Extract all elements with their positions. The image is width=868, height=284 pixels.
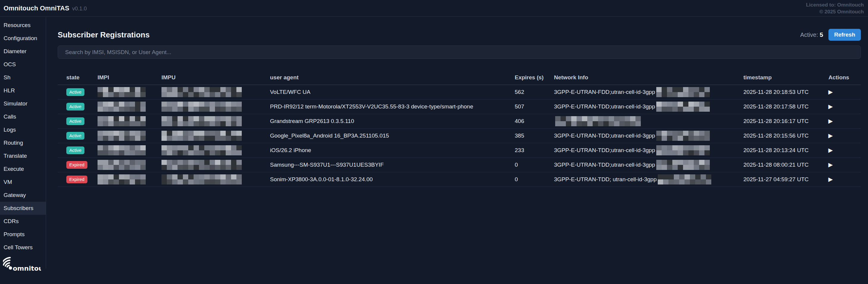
play-action-button[interactable]: ▶: [829, 89, 833, 95]
redacted-impu: [161, 160, 247, 170]
user-agent-cell: Grandstream GRP2613 0.3.5.110: [261, 114, 506, 129]
table-header: stateIMPIIMPUuser agentExpires (s)Networ…: [58, 71, 861, 85]
sidebar-item-gateway[interactable]: Gateway: [0, 189, 46, 202]
sidebar-item-cdrs[interactable]: CDRs: [0, 215, 46, 228]
network-info-cell: 3GPP-E-UTRAN-TDD;utran-cell-id-3gpp: [545, 143, 735, 158]
play-action-button[interactable]: ▶: [829, 118, 833, 124]
status-badge: Active: [66, 88, 85, 96]
sidebar-item-prompts[interactable]: Prompts: [0, 228, 46, 241]
network-info-cell: 3GPP-E-UTRAN-FDD;utran-cell-id-3gpp: [545, 85, 735, 100]
sidebar-item-translate[interactable]: Translate: [0, 149, 46, 163]
column-header-expires-s-: Expires (s): [506, 71, 545, 85]
column-header-timestamp: timestamp: [735, 71, 820, 85]
sidebar-nav-list: ResourcesConfigurationDiameterOCSShHLRSi…: [0, 19, 46, 254]
licensed-to-text: Licensed to: Omnitouch: [806, 1, 864, 8]
play-icon: ▶: [829, 176, 833, 182]
play-action-button[interactable]: ▶: [829, 147, 833, 153]
redacted-impi: [97, 87, 146, 97]
sidebar-item-cell-towers[interactable]: Cell Towers: [0, 241, 46, 254]
sidebar-item-hlr[interactable]: HLR: [0, 84, 46, 97]
table-row: ActiveiOS/26.2 iPhone2333GPP-E-UTRAN-TDD…: [58, 143, 861, 158]
omnitouch-logo-text: omnitouch: [13, 265, 41, 272]
app-title: Omnitouch OmniTAS: [4, 4, 69, 12]
column-header-impu: IMPU: [153, 71, 261, 85]
network-info-cell: 3GPP-E-UTRAN-TDD;utran-cell-id-3gpp: [545, 100, 735, 114]
network-info-text: 3GPP-E-UTRAN-TDD;utran-cell-id-3gpp: [554, 162, 655, 168]
omnitouch-logo: omnitouch: [3, 255, 46, 276]
timestamp-cell: 2025-11-28 08:00:21 UTC: [735, 158, 820, 172]
table-row: ExpiredSonim-XP3800-3A.0.0-01-8.1.0-32.2…: [58, 172, 861, 187]
table-row: ExpiredSamsung---SM-S937U1---S937U1UES3B…: [58, 158, 861, 172]
network-info-text: 3GPP-E-UTRAN-TDD;utran-cell-id-3gpp: [554, 147, 655, 153]
subscriber-registrations-table: stateIMPIIMPUuser agentExpires (s)Networ…: [58, 71, 861, 187]
play-action-button[interactable]: ▶: [829, 104, 833, 109]
copyright-text: © 2025 Omnitouch: [806, 8, 864, 15]
redacted-impu: [161, 102, 247, 112]
timestamp-cell: 2025-11-28 20:13:24 UTC: [735, 143, 820, 158]
redacted-impu: [161, 87, 247, 97]
active-count-value: 5: [820, 31, 824, 38]
play-action-button[interactable]: ▶: [829, 133, 833, 138]
refresh-button[interactable]: Refresh: [829, 29, 861, 41]
title-row: Subscriber Registrations Active: 5 Refre…: [58, 29, 861, 41]
redacted-network-info: [656, 102, 713, 112]
redacted-network-info: [656, 160, 713, 170]
user-agent-cell: Samsung---SM-S937U1---S937U1UES3BYIF: [261, 158, 506, 172]
redacted-impu: [161, 145, 247, 155]
sidebar-item-resources[interactable]: Resources: [0, 19, 46, 32]
main-content: Subscriber Registrations Active: 5 Refre…: [46, 17, 868, 187]
table-row: ActiveGrandstream GRP2613 0.3.5.11040620…: [58, 114, 861, 129]
app-header: Omnitouch OmniTAS v0.1.0 Licensed to: Om…: [0, 0, 868, 16]
active-count-label: Active:: [800, 32, 818, 38]
timestamp-cell: 2025-11-28 20:17:58 UTC: [735, 100, 820, 114]
network-info-cell: [545, 114, 735, 129]
sidebar-item-vm[interactable]: VM: [0, 176, 46, 189]
status-badge: Active: [66, 146, 85, 154]
sidebar-item-routing[interactable]: Routing: [0, 136, 46, 149]
play-action-button[interactable]: ▶: [829, 162, 833, 168]
network-info-cell: 3GPP-E-UTRAN-TDD;utran-cell-id-3gpp: [545, 129, 735, 143]
expires-cell: 507: [506, 100, 545, 114]
redacted-network-info: [656, 131, 713, 141]
timestamp-cell: 2025-11-28 20:16:17 UTC: [735, 114, 820, 129]
subscriber-table-body: ActiveVoLTE/WFC UA5623GPP-E-UTRAN-FDD;ut…: [58, 85, 861, 187]
column-header-impi: IMPI: [89, 71, 153, 85]
play-icon: ▶: [829, 103, 833, 110]
column-header-actions: Actions: [820, 71, 861, 85]
sidebar-item-subscribers[interactable]: Subscribers: [0, 202, 46, 215]
sidebar-item-sh[interactable]: Sh: [0, 71, 46, 84]
search-input[interactable]: [58, 45, 861, 59]
play-icon: ▶: [829, 161, 833, 168]
expires-cell: 406: [506, 114, 545, 129]
redacted-impu: [161, 116, 247, 126]
redacted-impi: [97, 145, 146, 155]
table-row: ActivePRD-IR92/12 term-Motorola/XT2553V-…: [58, 100, 861, 114]
table-header-row: stateIMPIIMPUuser agentExpires (s)Networ…: [58, 71, 861, 85]
redacted-impi: [97, 116, 146, 126]
redacted-impi: [97, 102, 146, 112]
redacted-impi: [97, 131, 146, 141]
sidebar-item-ocs[interactable]: OCS: [0, 58, 46, 71]
expires-cell: 0: [506, 172, 545, 187]
status-badge: Active: [66, 117, 85, 125]
sidebar-item-calls[interactable]: Calls: [0, 110, 46, 123]
column-header-network-info: Network Info: [545, 71, 735, 85]
network-info-cell: 3GPP-E-UTRAN-TDD; utran-cell-id-3gpp: [545, 172, 735, 187]
user-agent-cell: iOS/26.2 iPhone: [261, 143, 506, 158]
sidebar-item-diameter[interactable]: Diameter: [0, 45, 46, 58]
user-agent-cell: Sonim-XP3800-3A.0.0-01-8.1.0-32.24.00: [261, 172, 506, 187]
sidebar-item-execute[interactable]: Execute: [0, 163, 46, 176]
status-badge: Active: [66, 103, 85, 110]
sidebar-item-simulator[interactable]: Simulator: [0, 97, 46, 110]
redacted-impi: [97, 160, 146, 170]
sidebar-item-configuration[interactable]: Configuration: [0, 32, 46, 45]
table-row: ActiveGoogle_Pixel8a_Android 16_BP3A.251…: [58, 129, 861, 143]
expires-cell: 233: [506, 143, 545, 158]
app-version: v0.1.0: [72, 6, 87, 12]
play-icon: ▶: [829, 132, 833, 139]
play-action-button[interactable]: ▶: [829, 176, 833, 182]
sidebar-item-logs[interactable]: Logs: [0, 123, 46, 136]
redacted-network-info: [656, 145, 713, 155]
user-agent-cell: PRD-IR92/12 term-Motorola/XT2553V-V2UC35…: [261, 100, 506, 114]
column-header-user-agent: user agent: [261, 71, 506, 85]
